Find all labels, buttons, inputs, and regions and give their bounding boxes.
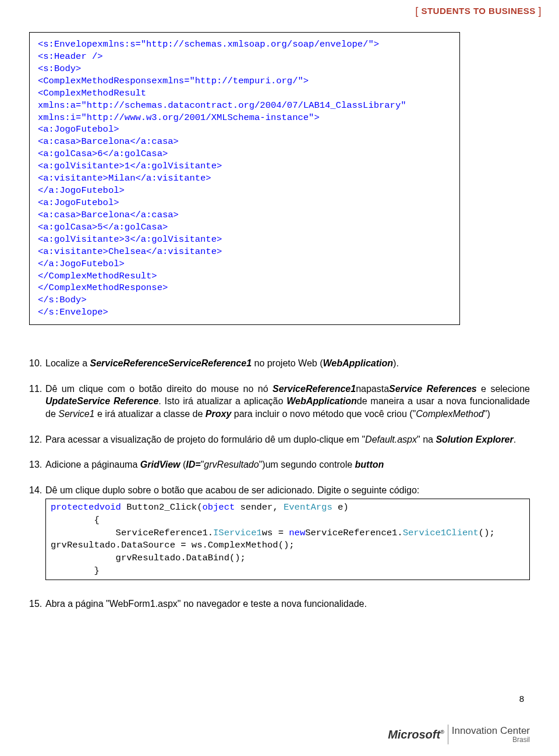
code-line: grvResultado.DataBind(); (51, 552, 525, 565)
instruction-list: 10. Localize a ServiceReferenceServiceRe… (29, 357, 530, 610)
item-text: Para acessar a visualização de projeto d… (45, 433, 530, 446)
header-badge: [ STUDENTS TO BUSINESS ] (415, 5, 542, 17)
bracket-left: [ (415, 5, 419, 17)
item-number: 13. (29, 458, 45, 471)
code-line: grvResultado.DataSource = ws.ComplexMeth… (51, 539, 525, 552)
code-line: protectedvoid Button2_Click(object sende… (51, 501, 525, 514)
bracket-right: ] (538, 5, 542, 17)
item-number: 14. (29, 484, 45, 581)
item-number: 15. (29, 598, 45, 610)
item-text: Localize a ServiceReferenceServiceRefere… (45, 357, 530, 370)
item-number: 11. (29, 383, 45, 421)
soap-envelope-code: <s:Envelopexmlns:s="http://schemas.xmlso… (38, 38, 451, 319)
microsoft-logo: Microsoft® (388, 728, 444, 741)
list-item-14: 14. Dê um clique duplo sobre o botão que… (29, 484, 530, 581)
page-container: [ STUDENTS TO BUSINESS ] <s:Envelopexmln… (0, 0, 559, 756)
page-number: 8 (519, 694, 524, 704)
code-line: } (51, 565, 525, 578)
footer-divider (448, 725, 448, 744)
item-text: Adicione a páginauma GridView (ID="grvRe… (45, 458, 530, 471)
item-text: Dê um clique com o botão direito do mous… (45, 383, 530, 421)
innovation-center-text: Innovation Center Brasil (452, 726, 530, 743)
header-badge-text: STUDENTS TO BUSINESS (421, 6, 535, 16)
csharp-code-box: protectedvoid Button2_Click(object sende… (45, 499, 530, 580)
list-item-13: 13. Adicione a páginauma GridView (ID="g… (29, 458, 530, 471)
list-item-15: 15. Abra a página "WebForm1.aspx" no nav… (29, 598, 530, 610)
item-number: 12. (29, 433, 45, 446)
footer-logo-block: Microsoft® Innovation Center Brasil (388, 725, 530, 744)
item-text: Abra a página "WebForm1.aspx" no navegad… (45, 598, 530, 610)
list-item-10: 10. Localize a ServiceReferenceServiceRe… (29, 357, 530, 370)
code-line: ServiceReference1.IService1ws = newServi… (51, 527, 525, 540)
code-line: { (51, 514, 525, 527)
soap-envelope-code-box: <s:Envelopexmlns:s="http://schemas.xmlso… (29, 32, 460, 325)
list-item-11: 11. Dê um clique com o botão direito do … (29, 383, 530, 421)
item-number: 10. (29, 357, 45, 370)
item-text: Dê um clique duplo sobre o botão que aca… (45, 484, 530, 581)
list-item-12: 12. Para acessar a visualização de proje… (29, 433, 530, 446)
